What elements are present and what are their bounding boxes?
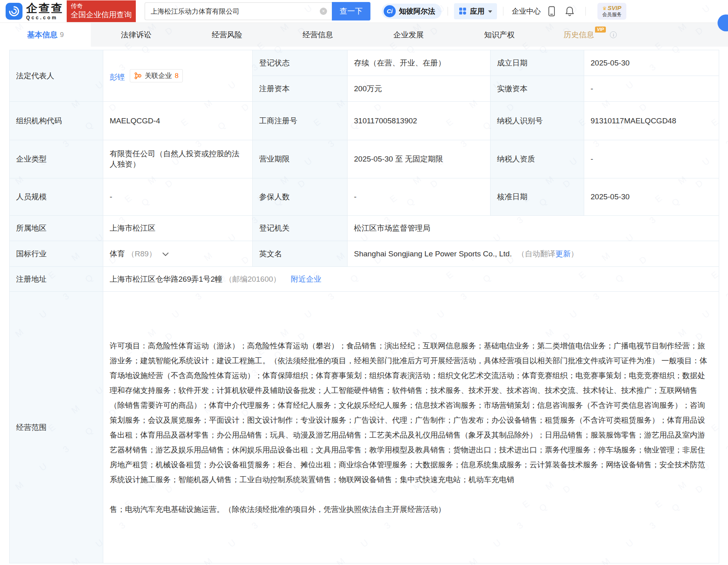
svg-text:企: 企 [138,74,141,77]
svip-member-button[interactable]: ♛SVIP 会员服务 [597,3,626,19]
en-note-suffix: ） [571,250,578,258]
qcc-logo-icon [6,3,22,20]
approval-date-label: 核准日期 [491,178,584,216]
industry-cell: 体育 （R89） [103,241,253,267]
brand-domain: Qcc.com [26,15,63,20]
tab-label: 知识产权 [484,30,515,40]
scope-paragraph-1: 许可项目：高危险性体育运动（游泳）；高危险性体育运动（攀岩）；食品销售；演出经纪… [110,338,712,487]
related-count: 8 [175,72,178,80]
table-row: 国标行业 体育 （R89） 英文名 Shanghai Songjiang Le … [10,241,719,267]
taxpayer-id-value: 91310117MAELQCGD48 [584,102,719,140]
apps-grid-icon [459,7,466,15]
en-name-update-link[interactable]: 更新 [555,250,571,258]
table-row: 经营范围 许可项目：高危险性体育运动（游泳）；高危险性体育运动（攀岩）；食品销售… [10,292,719,563]
org-code-value: MAELQCGD-4 [103,102,253,140]
org-code-label: 组织机构代码 [10,102,103,140]
legal-rep-link[interactable]: 彭铿 [110,73,125,81]
divider [585,7,586,16]
en-name-cell: Shanghai Songjiang Le Power Sports Co., … [348,241,719,267]
insured-label: 参保人数 [253,178,348,216]
zhibi-alpha-label: 知彼阿尔法 [399,6,435,16]
company-type-label: 企业类型 [10,140,103,178]
taxpayer-qual-label: 纳税人资质 [491,140,584,178]
table-row: 人员规模 - 参保人数 - 核准日期 2025-05-30 [10,178,719,216]
zhibi-alpha-icon: Ci [384,5,396,17]
promo-line2: 全国企业信用查询 [71,10,132,20]
table-row: 所属地区 上海市松江区 登记机关 松江区市场监督管理局 [10,216,719,241]
crown-icon: ♛ [603,6,607,11]
section-tabs: 基本信息 9 法律诉讼 经营风险 经营信息 企业发展 知识产权 历史信息 VIP [0,23,728,47]
tab-intellectual-property[interactable]: 知识产权 [454,23,545,47]
en-note-prefix: （自动翻译 [517,250,555,258]
enterprise-center-link[interactable]: 企业中心 [512,6,541,16]
scope-cell: 许可项目：高危险性体育运动（游泳）；高危险性体育运动（攀岩）；食品销售；演出经纪… [103,292,719,563]
tab-business-info[interactable]: 经营信息 [272,23,363,47]
biz-reg-no-value: 310117005813902 [348,102,491,140]
scope-label: 经营范围 [10,292,103,563]
tab-history-info[interactable]: 历史信息 VIP [545,23,636,47]
apps-menu-label: 应用 [470,6,485,16]
divider [448,7,448,16]
est-date-label: 成立日期 [491,50,584,76]
address-zip: （邮编201600） [225,275,280,283]
biz-reg-no-label: 工商注册号 [253,102,348,140]
est-date-value: 2025-05-30 [584,50,719,76]
address-label: 注册地址 [10,267,103,292]
address-value: 上海市松江区仓华路269弄1号2幢 [110,275,223,283]
brand-name: 企查查 [26,3,63,14]
reg-capital-value: 200万元 [348,76,491,102]
tab-company-development[interactable]: 企业发展 [363,23,454,47]
company-type-value: 有限责任公司（自然人投资或控股的法人独资） [103,140,253,178]
notification-bell-icon[interactable] [565,6,575,16]
table-row: 企业类型 有限责任公司（自然人投资或控股的法人独资） 营业期限 2025-05-… [10,140,719,178]
svip-label: SVIP [607,4,621,11]
qcc-logo[interactable]: 企查查 Qcc.com [6,3,63,20]
reg-authority-label: 登记机关 [253,216,348,241]
biz-term-value: 2025-05-30 至 无固定期限 [348,140,491,178]
legal-rep-label: 法定代表人 [10,50,103,102]
industry-label: 国标行业 [10,241,103,267]
insured-value: - [348,178,491,216]
zhibi-alpha-button[interactable]: Ci 知彼阿尔法 [382,4,442,19]
table-row: 法定代表人 彭铿企关联企业8 登记状态 存续（在营、开业、在册） 成立日期 20… [10,50,719,76]
chevron-down-icon[interactable] [162,250,169,258]
search-bar: 查一下 [145,2,370,20]
reg-authority-value: 松江区市场监督管理局 [348,216,719,241]
org-chart-icon: 企 [134,72,142,80]
mobile-app-icon[interactable] [548,6,555,16]
tab-count: 9 [60,31,63,39]
basic-info-table: 法定代表人 彭铿企关联企业8 登记状态 存续（在营、开业、在册） 成立日期 20… [9,50,719,563]
search-button[interactable]: 查一下 [332,2,370,20]
promo-line1: 传奇 [71,2,132,10]
staff-size-value: - [103,178,253,216]
top-header: 企查查 Qcc.com 传奇 全国企业信用查询 查一下 Ci 知彼阿尔法 [0,0,728,23]
reg-status-value: 存续（在营、开业、在册） [348,50,491,76]
tab-operating-risk[interactable]: 经营风险 [182,23,272,47]
tab-label: 企业发展 [393,30,424,40]
tab-label: 经营信息 [303,30,333,40]
apps-menu-button[interactable]: 应用 [454,3,497,19]
region-value: 上海市松江区 [103,216,253,241]
en-name-value: Shanghai Songjiang Le Power Sports Co., … [354,250,512,258]
clear-search-icon[interactable] [320,8,327,15]
industry-code: （R89） [127,250,156,258]
tab-label: 法律诉讼 [121,30,151,40]
tab-label: 基本信息 [27,30,57,40]
legal-rep-cell: 彭铿企关联企业8 [103,50,253,102]
vip-badge: VIP [595,27,606,33]
tab-label: 经营风险 [212,30,242,40]
table-row: 组织机构代码 MAELQCGD-4 工商注册号 310117005813902 … [10,102,719,140]
related-companies-badge[interactable]: 企关联企业8 [130,69,183,82]
tab-basic-info[interactable]: 基本信息 9 [0,23,91,47]
search-input[interactable] [145,2,332,20]
chevron-down-icon [488,10,492,13]
reg-capital-label: 注册资本 [253,76,348,102]
approval-date-value: 2025-05-30 [584,178,719,216]
taxpayer-id-label: 纳税人识别号 [491,102,584,140]
paid-capital-label: 实缴资本 [491,76,584,102]
nearby-companies-link[interactable]: 附近企业 [291,275,321,283]
address-cell: 上海市松江区仓华路269弄1号2幢 （邮编201600） 附近企业 [103,267,719,292]
tab-legal-litigation[interactable]: 法律诉讼 [91,23,182,47]
tab-label: 历史信息 [564,30,594,40]
info-icon[interactable] [610,31,617,38]
